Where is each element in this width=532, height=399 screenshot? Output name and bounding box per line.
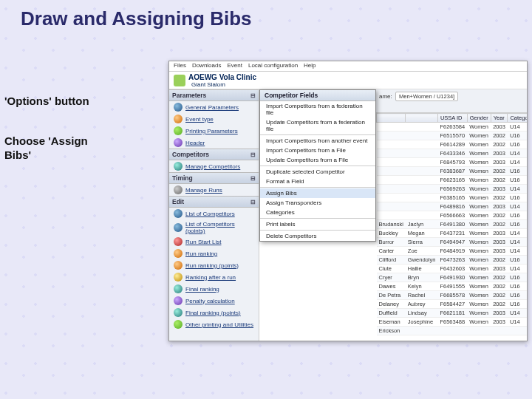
sidebar-item-event-type[interactable]: Event type xyxy=(169,113,259,125)
sidebar-item-other-printing-and-utilities[interactable]: Other printing and Utilities xyxy=(169,318,259,330)
column-header[interactable]: Category xyxy=(508,114,527,123)
column-header[interactable] xyxy=(406,114,438,123)
column-header[interactable]: Year xyxy=(491,114,508,123)
menu-item-duplicate-selected-competitor[interactable]: Duplicate selected Competitor xyxy=(260,167,375,177)
sidebar: Parameters⊟General ParametersEvent typeP… xyxy=(169,89,259,341)
sidebar-item-ranking-after-a-run[interactable]: Ranking after a run xyxy=(169,271,259,283)
table-row[interactable]: F6515570Women2002U16Far West xyxy=(377,132,528,140)
sidebar-item-list-of-competitors[interactable]: List of Competitors xyxy=(169,208,259,219)
menu-item-format-a-field[interactable]: Format a Field xyxy=(260,177,375,186)
app-logo-icon xyxy=(174,75,185,86)
menu-item-assign-transponders[interactable]: Assign Transponders xyxy=(260,198,375,208)
menu-item-categories[interactable]: Categories xyxy=(260,208,375,217)
table-row[interactable]: EisemanJosephineF6563488Women2003U14Far … xyxy=(377,318,528,327)
sidebar-item-run-ranking-points-[interactable]: Run ranking (points) xyxy=(169,259,259,271)
table-row[interactable]: DawesKelynF6491555Women2002U16Far West xyxy=(377,282,528,291)
table-row[interactable]: F6489816Women2003U14Far West xyxy=(377,202,528,211)
sidebar-icon xyxy=(174,237,183,246)
menu-item-import-competitors-from-a-federation-file[interactable]: Import Competitors from a federation fil… xyxy=(260,101,375,117)
brand-title: AOEWG Vola Clinic xyxy=(188,73,256,81)
competitor-grid[interactable]: USSA IDGenderYearCategoryRegionF6263584W… xyxy=(376,113,527,341)
table-row[interactable]: BrudanskiJaclynF6491380Women2002U16Far W… xyxy=(377,220,528,229)
sidebar-icon xyxy=(174,308,183,317)
sidebar-icon xyxy=(174,284,183,293)
sidebar-icon xyxy=(174,126,183,135)
menu-item-print-labels[interactable]: Print labels xyxy=(260,219,375,229)
collapse-icon[interactable]: ⊟ xyxy=(250,199,256,205)
menu-item-import-competitors-from-another-event[interactable]: Import Competitors from another event xyxy=(260,136,375,146)
table-row[interactable]: F6614289Women2002U16Far West xyxy=(377,140,528,149)
table-row[interactable]: CluteHallieF6432603Women2003U14Far West xyxy=(377,265,528,273)
instruction-1: 'Options' button xyxy=(4,95,89,107)
menu-downloads[interactable]: Downloads xyxy=(192,62,222,70)
menu-local-configuration[interactable]: Local configuration xyxy=(248,62,298,70)
sidebar-item-final-ranking[interactable]: Final ranking xyxy=(169,283,259,295)
table-row[interactable]: CarterZoeF6484919Women2003U14Far West xyxy=(377,247,528,256)
menu-item-update-competitors-from-a-file[interactable]: Update Competitors from a File xyxy=(260,155,375,165)
sidebar-item-list-of-competitors-points-[interactable]: List of Competitors (points) xyxy=(169,219,259,236)
table-row[interactable]: F6845793Women2003U14Far West xyxy=(377,158,528,167)
table-row[interactable]: F6433346Women2003U14Far West xyxy=(377,149,528,158)
sidebar-item-penalty-calculation[interactable]: Penalty calculation xyxy=(169,295,259,307)
table-row[interactable]: Erickson xyxy=(377,327,528,335)
table-row[interactable]: BurrorSierraF6494947Women2003U14Far West xyxy=(377,238,528,247)
column-header[interactable]: USSA ID xyxy=(437,114,467,123)
sidebar-item-manage-competitors[interactable]: Manage Competitors xyxy=(169,160,259,172)
column-header[interactable] xyxy=(377,114,406,123)
sidebar-icon xyxy=(174,261,183,270)
table-row[interactable]: CliffordGwendolynF6473263Women2002U16Far… xyxy=(377,256,528,265)
menu-files[interactable]: Files xyxy=(174,62,186,70)
table-row[interactable]: F6385165Women2002U16Far West xyxy=(377,194,528,202)
table-row[interactable]: F6566663Women2002U16Far West xyxy=(377,211,528,220)
table-row[interactable]: F6263584Women2003U14Far West xyxy=(377,123,528,132)
menubar: FilesDownloadsEventLocal configurationHe… xyxy=(169,61,527,72)
filter-chip[interactable]: Men+Women / U1234] xyxy=(395,92,458,101)
table-row[interactable]: CryerBrynF6491930Women2002U16Far West xyxy=(377,273,528,282)
filter-label: ame: xyxy=(379,93,392,100)
collapse-icon[interactable]: ⊟ xyxy=(250,175,256,182)
sidebar-item-run-ranking[interactable]: Run ranking xyxy=(169,248,259,259)
collapse-icon[interactable]: ⊟ xyxy=(250,151,256,158)
menu-item-import-competitors-from-a-file[interactable]: Import Competitors from a File xyxy=(260,146,375,155)
sidebar-icon xyxy=(174,209,183,218)
sidebar-icon xyxy=(174,320,183,329)
options-dropdown: Competitor Fields Import Competitors fro… xyxy=(259,89,376,242)
sidebar-item-final-ranking-points-[interactable]: Final ranking (points) xyxy=(169,307,259,318)
table-row[interactable]: F6383687Women2002U16Far West xyxy=(377,167,528,176)
app-window: FilesDownloadsEventLocal configurationHe… xyxy=(168,61,528,341)
sidebar-section-parameters[interactable]: Parameters⊟ xyxy=(169,89,259,101)
sidebar-item-general-parameters[interactable]: General Parameters xyxy=(169,101,259,113)
dropdown-title: Competitor Fields xyxy=(260,90,375,101)
sidebar-icon xyxy=(174,296,183,305)
table-row[interactable]: BuckleyMeganF6437231Women2003U14Far West xyxy=(377,229,528,238)
sidebar-section-timing[interactable]: Timing⊟ xyxy=(169,172,259,184)
table-row[interactable]: DelaneyAubreyF6584427Women2002U16Far Wes… xyxy=(377,300,528,309)
sidebar-section-edit[interactable]: Edit⊟ xyxy=(169,196,259,208)
filter-bar: ame: Men+Women / U1234] xyxy=(376,89,527,113)
collapse-icon[interactable]: ⊟ xyxy=(250,92,256,99)
table-row[interactable]: F6569263Women2003U14Far West xyxy=(377,185,528,194)
table-row[interactable]: DuffieldLindsayF6621181Women2003U14Far W… xyxy=(377,309,528,318)
sidebar-item-manage-runs[interactable]: Manage Runs xyxy=(169,184,259,196)
instruction-2: Choose 'Assign Bibs' xyxy=(4,134,88,163)
menu-item-delete-competitors[interactable]: Delete Competitors xyxy=(260,231,375,241)
table-row[interactable]: De PetraRachelF6685578Women2002U16Far We… xyxy=(377,291,528,300)
menu-event[interactable]: Event xyxy=(227,62,242,70)
instruction-2a: Choose 'Assign xyxy=(4,134,88,147)
column-header[interactable]: Gender xyxy=(467,114,491,123)
sidebar-icon xyxy=(174,273,183,282)
brand-subtitle: Giant Slalom xyxy=(191,81,256,88)
instruction-2b: Bibs' xyxy=(4,149,31,161)
sidebar-item-header[interactable]: Header xyxy=(169,137,259,149)
sidebar-icon xyxy=(174,162,183,171)
slide-title: Draw and Assigning Bibs xyxy=(21,7,252,30)
sidebar-item-printing-parameters[interactable]: Printing Parameters xyxy=(169,125,259,137)
sidebar-item-run-start-list[interactable]: Run Start List xyxy=(169,236,259,248)
menu-item-update-competitors-from-a-federation-file[interactable]: Update Competitors from a federation fil… xyxy=(260,117,375,134)
menu-help[interactable]: Help xyxy=(304,62,316,70)
sidebar-icon xyxy=(174,103,183,112)
table-row[interactable]: F6623165Women2002U16Far West xyxy=(377,176,528,185)
menu-item-assign-bibs[interactable]: Assign Bibs xyxy=(260,188,375,198)
main-panel: Competitor Fields Import Competitors fro… xyxy=(259,89,527,341)
sidebar-section-competitors[interactable]: Competitors⊟ xyxy=(169,149,259,160)
